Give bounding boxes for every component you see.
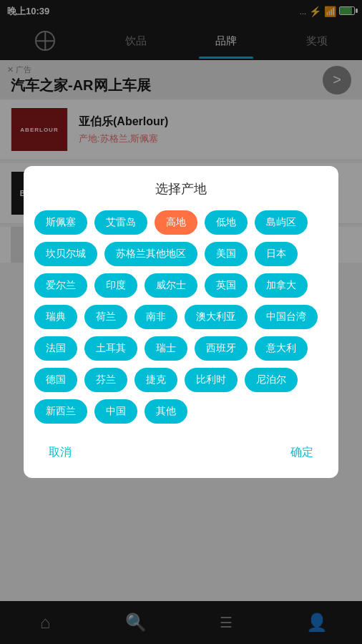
tag-campbeltown[interactable]: 坎贝尔城 bbox=[34, 242, 97, 266]
tag-nepal[interactable]: 尼泊尔 bbox=[245, 368, 298, 392]
tag-islay[interactable]: 艾雷岛 bbox=[94, 210, 147, 235]
modal-actions: 取消 确定 bbox=[34, 438, 328, 464]
tag-switzerland[interactable]: 瑞士 bbox=[145, 336, 187, 361]
tag-highland[interactable]: 高地 bbox=[155, 210, 197, 235]
tag-finland[interactable]: 芬兰 bbox=[84, 368, 127, 392]
tag-england[interactable]: 英国 bbox=[205, 273, 248, 298]
tag-sweden[interactable]: 瑞典 bbox=[34, 305, 77, 329]
tag-wales[interactable]: 威尔士 bbox=[145, 273, 197, 298]
tag-lowland[interactable]: 低地 bbox=[205, 210, 248, 235]
tag-otherscotland[interactable]: 苏格兰其他地区 bbox=[104, 242, 197, 266]
confirm-button[interactable]: 确定 bbox=[276, 441, 328, 464]
tag-france[interactable]: 法国 bbox=[34, 336, 77, 361]
tag-belgium[interactable]: 比利时 bbox=[185, 368, 238, 392]
tag-ireland[interactable]: 爱尔兰 bbox=[34, 273, 87, 298]
tag-netherlands[interactable]: 荷兰 bbox=[84, 305, 127, 329]
modal-title: 选择产地 bbox=[34, 180, 328, 197]
tag-czech[interactable]: 捷克 bbox=[134, 368, 177, 392]
tag-taiwan[interactable]: 中国台湾 bbox=[255, 305, 318, 329]
tag-usa[interactable]: 美国 bbox=[205, 242, 248, 266]
tag-canada[interactable]: 加拿大 bbox=[255, 273, 308, 298]
tag-newzealand[interactable]: 新西兰 bbox=[34, 399, 87, 424]
tag-turkey[interactable]: 土耳其 bbox=[84, 336, 137, 361]
origin-modal: 选择产地 斯佩塞艾雷岛高地低地島屿区坎贝尔城苏格兰其他地区美国日本爱尔兰印度威尔… bbox=[24, 166, 338, 478]
tags-container: 斯佩塞艾雷岛高地低地島屿区坎贝尔城苏格兰其他地区美国日本爱尔兰印度威尔士英国加拿… bbox=[34, 210, 328, 424]
tag-islands[interactable]: 島屿区 bbox=[255, 210, 308, 235]
tag-japan[interactable]: 日本 bbox=[255, 242, 298, 266]
tag-southafrica[interactable]: 南非 bbox=[134, 305, 177, 329]
tag-italy[interactable]: 意大利 bbox=[255, 336, 308, 361]
tag-australia[interactable]: 澳大利亚 bbox=[185, 305, 248, 329]
tag-speyside[interactable]: 斯佩塞 bbox=[34, 210, 87, 235]
tag-germany[interactable]: 德国 bbox=[34, 368, 77, 392]
tag-china[interactable]: 中国 bbox=[94, 399, 137, 424]
tag-spain[interactable]: 西班牙 bbox=[195, 336, 248, 361]
tag-india[interactable]: 印度 bbox=[94, 273, 137, 298]
tag-other[interactable]: 其他 bbox=[145, 399, 187, 424]
modal-overlay: 选择产地 斯佩塞艾雷岛高地低地島屿区坎贝尔城苏格兰其他地区美国日本爱尔兰印度威尔… bbox=[0, 0, 362, 644]
cancel-button[interactable]: 取消 bbox=[34, 441, 86, 464]
